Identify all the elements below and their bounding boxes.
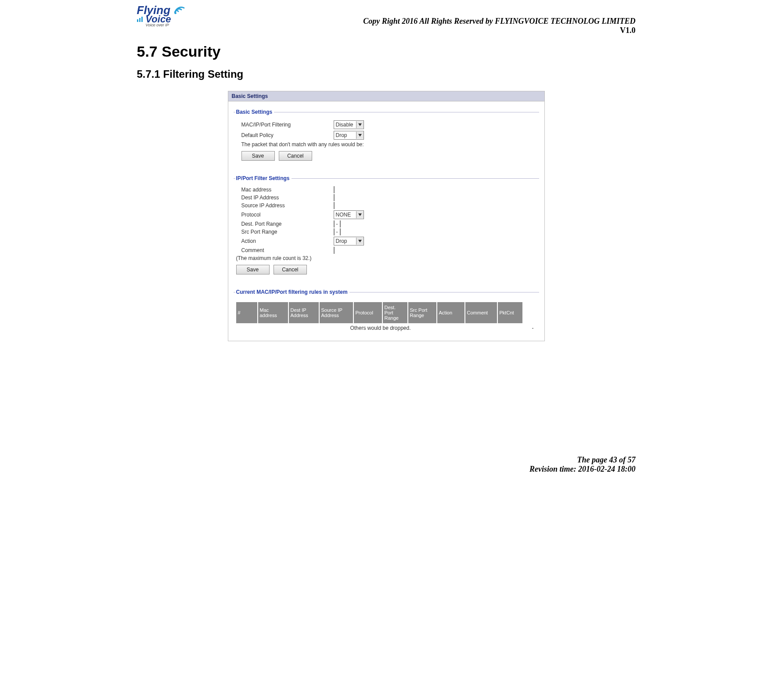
cancel-button[interactable]: Cancel	[274, 265, 307, 274]
svg-rect-2	[139, 18, 140, 22]
th-protocol: Protocol	[354, 302, 382, 323]
panel-title: Basic Settings	[228, 91, 544, 101]
rules-table: # Mac address Dest IP Address Source IP …	[236, 302, 536, 331]
basic-note: The packet that don't match with any rul…	[241, 141, 536, 148]
policy-label: Default Policy	[241, 132, 334, 138]
th-srcip: Source IP Address	[320, 302, 353, 323]
dropdown-icon	[356, 121, 364, 128]
srcport-to-input[interactable]	[340, 228, 341, 235]
settings-screenshot: Basic Settings Basic Settings MAC/IP/Por…	[228, 91, 545, 341]
comment-label: Comment	[241, 247, 334, 253]
th-comment: Comment	[465, 302, 497, 323]
th-srcport: Src Port Range	[408, 302, 436, 323]
dropdown-icon	[356, 211, 364, 218]
svg-rect-1	[137, 19, 138, 22]
th-pktcnt: PktCnt	[498, 302, 522, 323]
destport-label: Dest. Port Range	[241, 221, 334, 227]
th-number: #	[236, 302, 257, 323]
protocol-label: Protocol	[241, 212, 334, 218]
page-footer: The page 43 of 57 Revision time: 2016-02…	[137, 455, 636, 474]
destport-from-input[interactable]	[334, 220, 335, 227]
th-destport: Dest. Port Range	[383, 302, 407, 323]
filtering-label: MAC/IP/Port Filtering	[241, 122, 334, 128]
mac-input[interactable]	[334, 186, 335, 193]
svg-marker-5	[358, 134, 362, 137]
wifi-icon	[173, 4, 185, 16]
logo: Flying	[137, 4, 190, 27]
basic-settings-legend: Basic Settings	[235, 109, 274, 115]
page-number: The page 43 of 57	[137, 455, 636, 465]
protocol-select[interactable]: NONE	[334, 210, 364, 219]
th-destip: Dest IP Address	[289, 302, 319, 323]
destip-input[interactable]	[334, 194, 335, 201]
version-text: V1.0	[363, 26, 635, 35]
action-select[interactable]: Drop	[334, 237, 364, 245]
action-select-value: Drop	[336, 238, 355, 244]
mac-label: Mac address	[241, 187, 334, 193]
range-dash: -	[336, 221, 338, 227]
th-mac: Mac address	[258, 302, 288, 323]
cancel-button[interactable]: Cancel	[279, 151, 312, 161]
document-page: Flying	[133, 0, 642, 483]
ipport-legend: IP/Port Filter Settings	[235, 175, 292, 181]
basic-buttons: Save Cancel	[241, 151, 536, 161]
svg-point-0	[175, 12, 176, 14]
dropdown-icon	[356, 238, 364, 245]
save-button[interactable]: Save	[236, 265, 270, 274]
protocol-select-value: NONE	[336, 212, 355, 218]
comment-input[interactable]	[334, 247, 335, 254]
action-label: Action	[241, 238, 334, 244]
bars-icon	[137, 15, 145, 24]
range-dash: -	[336, 229, 338, 235]
dropdown-icon	[356, 132, 364, 139]
rules-footer-dash: -	[525, 325, 536, 331]
svg-marker-4	[358, 123, 362, 126]
copyright-text: Copy Right 2016 All Rights Reserved by F…	[363, 17, 635, 26]
filtering-select[interactable]: Disable	[334, 120, 364, 129]
rules-footer-text: Others would be dropped.	[236, 325, 525, 331]
srcport-label: Src Port Range	[241, 229, 334, 235]
rules-legend: Current MAC/IP/Port filtering rules in s…	[235, 289, 349, 295]
policy-select-value: Drop	[336, 132, 355, 138]
filtering-select-value: Disable	[336, 122, 355, 128]
logo-tagline: Voice over IP	[146, 23, 190, 27]
ipport-buttons: Save Cancel	[236, 265, 536, 274]
max-rule-note: (The maximum rule count is 32.)	[236, 255, 536, 261]
srcport-from-input[interactable]	[334, 228, 335, 235]
svg-marker-6	[358, 213, 362, 216]
th-action: Action	[437, 302, 464, 323]
svg-marker-7	[358, 240, 362, 242]
policy-select[interactable]: Drop	[334, 131, 364, 140]
srcip-label: Source IP Address	[241, 202, 334, 209]
subsection-heading: 5.7.1 Filtering Setting	[137, 68, 636, 80]
srcip-input[interactable]	[334, 202, 335, 209]
ipport-settings-group: IP/Port Filter Settings Mac address Dest…	[234, 172, 539, 280]
svg-rect-3	[141, 17, 143, 22]
header-right: Copy Right 2016 All Rights Reserved by F…	[363, 17, 635, 35]
rules-footer: Others would be dropped. -	[236, 325, 536, 331]
destport-to-input[interactable]	[340, 220, 341, 227]
save-button[interactable]: Save	[241, 151, 275, 161]
section-heading: 5.7 Security	[137, 43, 636, 60]
revision-time: Revision time: 2016-02-24 18:00	[137, 465, 636, 474]
destip-label: Dest IP Address	[241, 195, 334, 201]
rules-header-row: # Mac address Dest IP Address Source IP …	[236, 302, 536, 323]
current-rules-group: Current MAC/IP/Port filtering rules in s…	[234, 286, 539, 335]
basic-settings-group: Basic Settings MAC/IP/Port Filtering Dis…	[234, 106, 539, 166]
page-header: Flying	[137, 4, 636, 35]
